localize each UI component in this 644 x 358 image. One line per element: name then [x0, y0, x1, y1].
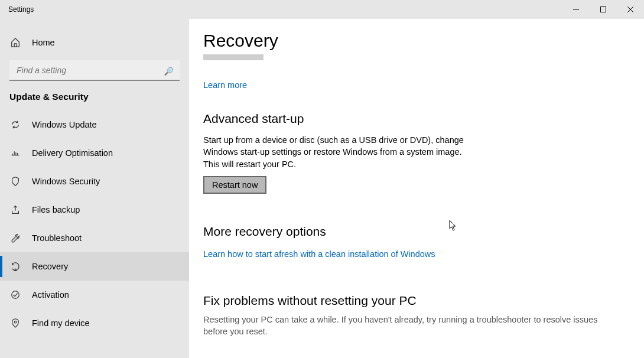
sidebar-item-windows-update[interactable]: Windows Update	[0, 110, 189, 139]
get-started-button[interactable]: Get started	[203, 54, 264, 60]
nav-list: Windows Update Delivery Optimisation Win…	[0, 110, 189, 337]
fresh-install-link[interactable]: Learn how to start afresh with a clean i…	[203, 249, 435, 259]
find-device-icon	[9, 317, 21, 329]
advanced-startup-description: Start up from a device or disc (such as …	[203, 134, 475, 170]
backup-icon	[9, 204, 21, 216]
nav-label: Activation	[32, 290, 69, 300]
nav-label: Windows Security	[32, 177, 100, 186]
settings-window: Settings Home	[0, 0, 644, 358]
sidebar-item-troubleshoot[interactable]: Troubleshoot	[0, 224, 189, 252]
learn-more-link[interactable]: Learn more	[203, 80, 247, 90]
nav-label: Delivery Optimisation	[32, 148, 113, 158]
refresh-icon	[9, 119, 21, 131]
svg-rect-0	[601, 7, 606, 12]
troubleshoot-icon	[9, 232, 21, 244]
more-recovery-heading: More recovery options	[203, 224, 630, 239]
sidebar-item-files-backup[interactable]: Files backup	[0, 196, 189, 224]
sidebar: Home 🔍 Update & Security Windows Update	[0, 19, 189, 358]
nav-label: Troubleshoot	[32, 233, 82, 243]
search-field[interactable]: 🔍	[9, 60, 180, 81]
maximize-button[interactable]	[590, 0, 617, 19]
delivery-icon	[9, 147, 21, 159]
home-icon	[9, 37, 21, 48]
activation-icon	[9, 289, 21, 301]
close-button[interactable]	[617, 0, 644, 19]
window-title: Settings	[0, 5, 34, 14]
shield-icon	[9, 175, 21, 187]
main-scroll[interactable]: Recovery Get started Learn more Advanced…	[189, 19, 644, 358]
sidebar-item-activation[interactable]: Activation	[0, 281, 189, 309]
svg-point-2	[14, 321, 17, 323]
nav-label: Recovery	[32, 262, 68, 271]
advanced-startup-heading: Advanced start-up	[203, 112, 630, 126]
nav-label: Windows Update	[32, 120, 97, 129]
recovery-icon	[9, 261, 21, 272]
search-input[interactable]	[9, 60, 180, 81]
category-heading: Update & Security	[0, 87, 189, 110]
main-content: Recovery Get started Learn more Advanced…	[189, 19, 644, 358]
fix-problems-description: Resetting your PC can take a while. If y…	[203, 314, 617, 338]
search-icon: 🔍	[164, 66, 174, 75]
home-link[interactable]: Home	[0, 30, 189, 56]
fix-problems-heading: Fix problems without resetting your PC	[203, 294, 630, 308]
svg-point-1	[12, 291, 19, 299]
sidebar-item-find-my-device[interactable]: Find my device	[0, 309, 189, 337]
restart-now-button[interactable]: Restart now	[203, 176, 266, 194]
sidebar-item-recovery[interactable]: Recovery	[0, 252, 189, 281]
minimize-button[interactable]	[562, 0, 590, 19]
nav-label: Files backup	[32, 205, 80, 214]
reset-section-partial: Get started	[203, 54, 630, 65]
page-title: Recovery	[203, 31, 630, 51]
nav-label: Find my device	[32, 318, 90, 328]
home-label: Home	[32, 38, 55, 47]
sidebar-item-delivery-optimisation[interactable]: Delivery Optimisation	[0, 139, 189, 167]
sidebar-item-windows-security[interactable]: Windows Security	[0, 167, 189, 196]
titlebar: Settings	[0, 0, 644, 19]
